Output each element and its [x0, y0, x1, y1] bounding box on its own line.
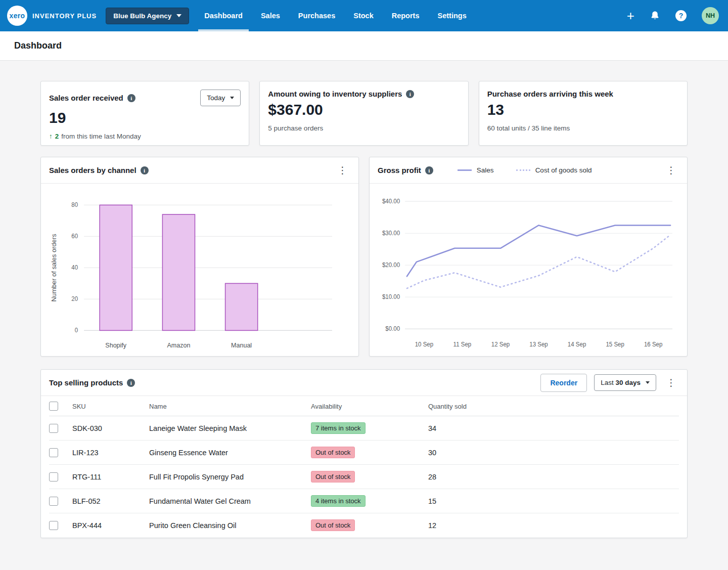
svg-text:Manual: Manual [231, 341, 252, 349]
nav-item-reports[interactable]: Reports [383, 0, 429, 31]
svg-text:14 Sep: 14 Sep [568, 341, 586, 347]
nav-item-dashboard[interactable]: Dashboard [195, 0, 252, 31]
product-name: Laneige Water Sleeping Mask [149, 424, 247, 432]
row-checkbox[interactable] [49, 448, 58, 457]
nav-item-purchases[interactable]: Purchases [289, 0, 344, 31]
legend-label: Sales [477, 166, 494, 174]
table-row: LIR-123 Ginseng Essence Water Out of sto… [49, 441, 679, 465]
svg-text:15 Sep: 15 Sep [606, 341, 624, 347]
svg-text:16 Sep: 16 Sep [644, 341, 663, 347]
svg-text:20: 20 [71, 295, 78, 302]
table-header-row: SKU Name Availability Quantity sold [49, 396, 679, 416]
avatar[interactable]: NH [702, 7, 719, 24]
product-name: Fundamental Water Gel Cream [149, 497, 251, 505]
chart-title: Gross profit [378, 166, 421, 174]
availability-badge: 7 items in stock [311, 422, 366, 434]
availability-badge: Out of stock [311, 471, 355, 483]
avatar-initials: NH [706, 12, 715, 19]
product-sku: RTG-111 [72, 473, 101, 481]
nav-items: Dashboard Sales Purchases Stock Reports … [195, 0, 476, 31]
bar-shopify [100, 205, 132, 330]
quantity-sold: 34 [428, 424, 436, 432]
kpi-value: 13 [487, 101, 679, 118]
xero-logo-text: xero [10, 12, 25, 20]
nav-item-settings[interactable]: Settings [429, 0, 476, 31]
reorder-button[interactable]: Reorder [540, 374, 587, 392]
row-checkbox[interactable] [49, 472, 58, 481]
info-icon[interactable]: i [425, 166, 433, 174]
charts-row: Sales orders by channel i ⋮ 020406080Num… [40, 157, 688, 357]
add-button[interactable]: + [627, 9, 634, 22]
table-row: BLF-052 Fundamental Water Gel Cream 4 it… [49, 489, 679, 513]
chevron-down-icon [646, 381, 650, 384]
table-row: BPX-444 Purito Green Cleansing Oil Out o… [49, 513, 679, 538]
kebab-menu-icon[interactable]: ⋮ [663, 377, 679, 388]
row-checkbox[interactable] [49, 424, 58, 433]
kpi-period-select[interactable]: Today [200, 90, 241, 106]
kpi-value: 19 [49, 109, 241, 126]
svg-text:Amazon: Amazon [167, 341, 190, 349]
kpi-row: Sales order received i Today 19 ↑ 2 from… [40, 81, 688, 146]
dotted-line-swatch [516, 169, 530, 171]
info-icon[interactable]: i [141, 166, 149, 174]
help-button[interactable]: ? [675, 10, 687, 21]
bell-icon [650, 11, 660, 21]
availability-badge: 4 items in stock [311, 495, 366, 507]
notifications-button[interactable] [650, 11, 660, 21]
line-series-sales [407, 225, 670, 276]
row-checkbox[interactable] [49, 497, 58, 506]
column-header-quantity-sold: Quantity sold [428, 396, 679, 416]
chevron-down-icon [176, 14, 181, 17]
nav-item-sales[interactable]: Sales [252, 0, 289, 31]
kpi-value: $367.00 [268, 101, 460, 118]
kpi-subtext: 60 total units / 35 line items [487, 124, 679, 132]
product-sku: LIR-123 [72, 449, 99, 457]
page-title-bar: Dashboard [0, 31, 728, 61]
product-name: Purito Green Cleansing Oil [149, 521, 236, 530]
info-icon[interactable]: i [127, 94, 135, 102]
column-header-sku: SKU [72, 396, 149, 416]
availability-badge: Out of stock [311, 519, 355, 531]
row-checkbox[interactable] [49, 521, 58, 530]
svg-text:$20.00: $20.00 [382, 261, 400, 268]
quantity-sold: 15 [428, 497, 436, 505]
range-prefix: Last [601, 379, 614, 386]
help-icon: ? [675, 10, 687, 21]
column-header-availability: Availability [311, 396, 428, 416]
org-switcher-button[interactable]: Blue Bulb Agency [106, 8, 189, 24]
legend-cogs: Cost of goods sold [516, 166, 592, 174]
kebab-menu-icon[interactable]: ⋮ [335, 164, 350, 176]
svg-text:10 Sep: 10 Sep [415, 341, 434, 347]
dashboard-content: Sales order received i Today 19 ↑ 2 from… [0, 81, 728, 538]
bar-chart-body: 020406080Number of sales ordersShopifyAm… [41, 184, 358, 356]
product-sku: BPX-444 [72, 521, 102, 530]
bar-chart-svg: 020406080Number of sales ordersShopifyAm… [41, 184, 358, 356]
org-name: Blue Bulb Agency [113, 12, 171, 20]
svg-text:11 Sep: 11 Sep [453, 341, 472, 347]
page-title: Dashboard [14, 40, 62, 51]
select-all-checkbox[interactable] [49, 402, 58, 411]
svg-text:12 Sep: 12 Sep [491, 341, 510, 347]
xero-logo[interactable]: xero [7, 6, 27, 26]
svg-text:0: 0 [75, 327, 78, 333]
kpi-period-value: Today [207, 94, 225, 102]
sales-orders-by-channel-card: Sales orders by channel i ⋮ 020406080Num… [40, 157, 359, 357]
kebab-menu-icon[interactable]: ⋮ [663, 164, 679, 176]
kpi-card-purchase-orders-arriving: Purchase orders arriving this week 13 60… [479, 81, 688, 146]
chevron-down-icon [230, 97, 234, 99]
info-icon[interactable]: i [406, 90, 414, 98]
app-name: INVENTORY PLUS [32, 12, 97, 20]
svg-text:$0.00: $0.00 [385, 325, 400, 332]
quantity-sold: 30 [428, 449, 436, 457]
products-table-wrap: SKU Name Availability Quantity sold SDK-… [41, 396, 687, 538]
table-row: SDK-030 Laneige Water Sleeping Mask 7 it… [49, 416, 679, 441]
line-chart-body: $0.00$10.00$20.00$30.00$40.0010 Sep11 Se… [370, 184, 687, 356]
kpi-card-sales-orders-received: Sales order received i Today 19 ↑ 2 from… [40, 81, 249, 146]
table-title: Top selling products [49, 378, 123, 387]
svg-text:60: 60 [71, 233, 78, 239]
bar-manual [225, 283, 258, 330]
date-range-select[interactable]: Last 30 days [594, 374, 656, 391]
top-navigation: xero INVENTORY PLUS Blue Bulb Agency Das… [0, 0, 728, 31]
nav-item-stock[interactable]: Stock [344, 0, 383, 31]
info-icon[interactable]: i [127, 379, 135, 387]
